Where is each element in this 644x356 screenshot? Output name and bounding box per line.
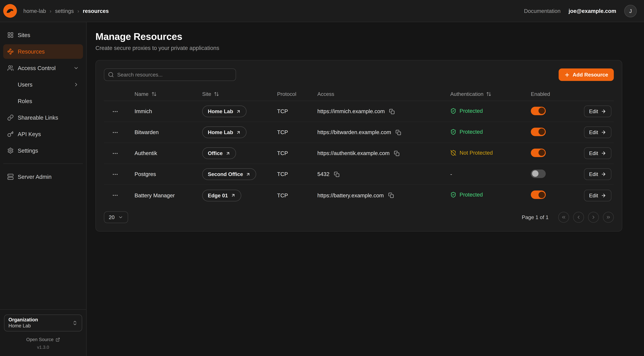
breadcrumb-resources: resources (83, 8, 109, 14)
sidebar-item-sites[interactable]: Sites (3, 28, 83, 42)
sidebar-item-server-admin[interactable]: Server Admin (3, 170, 83, 184)
header-authentication[interactable]: Authentication (446, 91, 526, 97)
header-name[interactable]: Name (130, 91, 197, 97)
table-header-row: Name Site Protocol Access (104, 88, 614, 101)
last-page-button[interactable] (603, 212, 614, 223)
copy-icon[interactable] (393, 150, 400, 157)
row-actions-button[interactable] (110, 106, 120, 116)
page-title: Manage Resources (96, 31, 622, 42)
sidebar-item-label: Server Admin (18, 174, 52, 180)
chevron-down-icon (118, 215, 124, 220)
site-link[interactable]: Home Lab (202, 126, 246, 138)
toggle-knob (538, 108, 545, 114)
add-resource-button[interactable]: Add Resource (558, 68, 614, 81)
add-resource-label: Add Resource (573, 72, 608, 78)
chevrons-left-icon (561, 215, 566, 220)
resources-table: Name Site Protocol Access (104, 88, 614, 206)
enabled-toggle[interactable] (531, 148, 546, 157)
edit-label: Edit (589, 171, 598, 177)
enabled-toggle[interactable] (531, 128, 546, 136)
sort-icon (151, 92, 156, 97)
resource-table-body: Immich Home Lab TCP https://immich.examp… (104, 101, 614, 206)
row-actions-button[interactable] (110, 148, 120, 158)
next-page-button[interactable] (588, 212, 599, 223)
avatar[interactable]: J (624, 5, 637, 17)
sort-icon (486, 92, 492, 97)
copy-icon[interactable] (387, 192, 394, 199)
row-actions-button[interactable] (110, 128, 120, 137)
toggle-knob (538, 128, 545, 135)
edit-button[interactable]: Edit (584, 106, 612, 117)
edit-button[interactable]: Edit (584, 190, 612, 201)
enabled-toggle[interactable] (531, 170, 546, 178)
toggle-knob (538, 150, 545, 156)
sidebar-item-access-control[interactable]: Access Control (3, 61, 83, 75)
search-input[interactable] (104, 68, 236, 81)
breadcrumb-home-lab[interactable]: home-lab (23, 8, 46, 14)
server-icon (7, 174, 14, 180)
site-link[interactable]: Edge 01 (202, 190, 241, 201)
sidebar: Sites Resources Access Control Users Rol (0, 22, 86, 356)
chevron-left-icon (576, 215, 581, 220)
edit-label: Edit (589, 192, 598, 198)
sidebar-item-label: Sites (18, 32, 30, 38)
copy-glyph (394, 150, 400, 156)
enabled-toggle[interactable] (531, 106, 546, 115)
sidebar-item-resources[interactable]: Resources (3, 44, 83, 59)
chevron-right-icon (73, 82, 79, 88)
organization-label: Organization (8, 317, 72, 323)
copy-glyph (396, 130, 401, 135)
auth-status: Protected (450, 129, 483, 135)
open-source-link[interactable]: Open Source (4, 337, 82, 342)
edit-button[interactable]: Edit (584, 126, 612, 138)
enabled-toggle[interactable] (531, 190, 546, 199)
copy-icon[interactable] (388, 108, 396, 115)
auth-label: - (450, 171, 452, 177)
header-access-label: Access (317, 91, 334, 97)
sidebar-item-label: Resources (18, 48, 45, 55)
documentation-link[interactable]: Documentation (524, 8, 560, 14)
copy-icon[interactable] (395, 129, 402, 136)
sidebar-divider (3, 164, 83, 164)
resource-protocol: TCP (272, 150, 312, 156)
open-source-label: Open Source (26, 337, 54, 342)
app-version: v1.3.0 (4, 345, 82, 350)
table-row: Bitwarden Home Lab TCP https://bitwarden… (104, 122, 614, 143)
previous-page-button[interactable] (573, 212, 584, 223)
user-email-button[interactable]: joe@example.com (568, 8, 616, 14)
resources-icon (7, 48, 14, 55)
organization-name: Home Lab (8, 323, 72, 329)
organization-select[interactable]: Organization Home Lab (4, 314, 82, 332)
copy-glyph (334, 172, 340, 177)
breadcrumb-settings[interactable]: settings (55, 8, 74, 14)
sidebar-item-users[interactable]: Users (3, 77, 83, 92)
page-size-select[interactable]: 20 (104, 212, 128, 223)
app-logo-icon[interactable] (3, 4, 17, 18)
site-link[interactable]: Office (202, 148, 236, 159)
copy-icon[interactable] (333, 170, 340, 178)
sidebar-item-settings[interactable]: Settings (3, 143, 83, 158)
table-row: Authentik Office TCP https://authentik.e… (104, 143, 614, 164)
organization-text: Organization Home Lab (8, 317, 72, 329)
row-actions-button[interactable] (110, 170, 120, 179)
first-page-button[interactable] (558, 212, 569, 223)
ellipsis-icon (112, 108, 118, 115)
link-icon (7, 114, 14, 121)
edit-label: Edit (589, 108, 598, 114)
site-link[interactable]: Second Office (202, 168, 256, 180)
sidebar-item-roles[interactable]: Roles (3, 94, 83, 108)
sidebar-item-label: Users (18, 81, 32, 88)
header-site[interactable]: Site (197, 91, 272, 97)
page-subtitle: Create secure proxies to your private ap… (96, 45, 622, 51)
edit-button[interactable]: Edit (584, 168, 612, 180)
external-link-icon (56, 337, 60, 342)
row-actions-button[interactable] (110, 190, 120, 200)
sidebar-item-shareable-links[interactable]: Shareable Links (3, 110, 83, 125)
plus-icon (564, 72, 570, 78)
sidebar-item-api-keys[interactable]: API Keys (3, 127, 83, 141)
sidebar-item-label: Access Control (18, 65, 56, 71)
resource-access: https://authentik.example.com (317, 150, 390, 156)
copy-glyph (389, 108, 395, 114)
site-link[interactable]: Home Lab (202, 106, 246, 117)
edit-button[interactable]: Edit (584, 148, 612, 159)
